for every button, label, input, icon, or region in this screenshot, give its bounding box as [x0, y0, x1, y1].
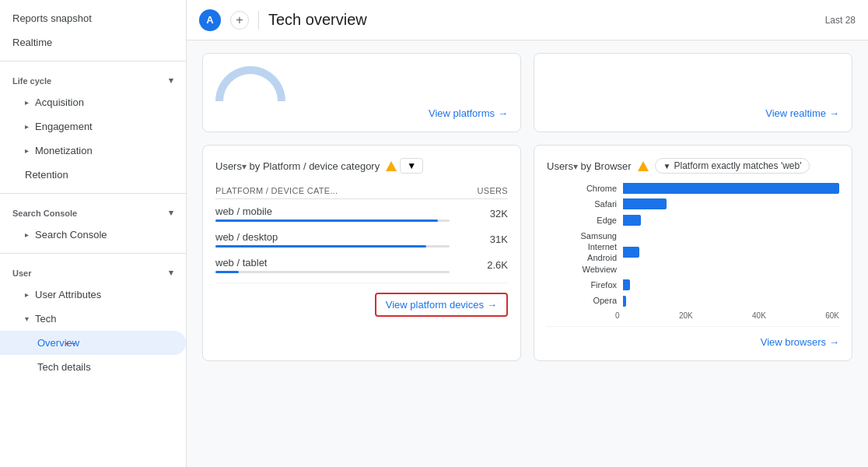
sidebar-item-overview[interactable]: Overview ←	[0, 331, 186, 355]
bar-row: Opera	[547, 295, 839, 306]
sidebar-divider-1	[0, 61, 186, 61]
reports-snapshot-label: Reports snapshot	[12, 12, 92, 24]
view-browsers-link[interactable]: View browsers →	[761, 336, 839, 348]
sidebar-item-tech-details[interactable]: Tech details	[0, 355, 186, 379]
sidebar-item-acquisition[interactable]: ▸ Acquisition	[0, 90, 186, 114]
sidebar: Reports snapshot Realtime Life cycle ▾ ▸…	[0, 0, 187, 467]
bar-track	[623, 247, 839, 258]
bottom-row: Users▾ by Platform / device category ▼ P…	[202, 145, 852, 361]
search-console-arrow-icon: ▸	[25, 230, 29, 239]
search-console-section-label: Search Console	[12, 209, 77, 218]
bar-fill	[623, 296, 626, 307]
sidebar-item-retention[interactable]: Retention	[0, 163, 186, 187]
arrow-right-icon-2: →	[829, 107, 839, 119]
bar-row: Chrome	[547, 183, 839, 194]
sidebar-item-reports-snapshot[interactable]: Reports snapshot	[0, 6, 186, 30]
bar-fill	[623, 215, 641, 226]
progress-bar	[215, 219, 438, 222]
users-cell: 2.6K	[450, 251, 508, 276]
bar-row: Firefox	[547, 279, 839, 290]
sidebar-item-realtime[interactable]: Realtime	[0, 30, 186, 54]
sidebar-item-monetization[interactable]: ▸ Monetization	[0, 139, 186, 163]
bar-track	[623, 279, 839, 290]
users-cell: 32K	[450, 199, 508, 226]
view-platform-devices-link[interactable]: View platform devices →	[375, 293, 508, 317]
x-axis-label: 0	[615, 311, 620, 320]
bar-fill	[623, 279, 630, 290]
bar-label: Opera	[547, 295, 617, 306]
sidebar-item-user-attributes[interactable]: ▸ User Attributes	[0, 283, 186, 307]
platform-table: PLATFORM / DEVICE CATE... USERS web / mo…	[215, 183, 508, 276]
bar-label: Edge	[547, 215, 617, 226]
sidebar-section-lifecycle[interactable]: Life cycle ▾	[0, 68, 186, 90]
users-cell: 31K	[450, 225, 508, 251]
sidebar-item-engagement[interactable]: ▸ Engagement	[0, 114, 186, 139]
bar-fill	[623, 247, 639, 258]
bar-label: Firefox	[547, 279, 617, 290]
platform-card-header: Users▾ by Platform / device category ▼	[215, 158, 508, 174]
bar-track	[623, 198, 839, 209]
x-axis-label: 40K	[752, 311, 766, 320]
search-console-label: Search Console	[35, 229, 107, 241]
col-platform-header: PLATFORM / DEVICE CATE...	[215, 183, 450, 199]
avatar[interactable]: A	[199, 9, 221, 31]
filter-chip[interactable]: ▼ Platform exactly matches 'web'	[655, 158, 810, 174]
sidebar-item-search-console[interactable]: ▸ Search Console	[0, 223, 186, 247]
bar-fill	[623, 183, 839, 194]
tech-label: Tech	[35, 313, 56, 325]
monetization-label: Monetization	[35, 145, 93, 156]
table-row: web / mobile 32K	[215, 199, 508, 226]
bar-fill	[623, 198, 667, 209]
progress-bar-container	[215, 245, 450, 248]
engagement-arrow-icon: ▸	[25, 122, 29, 131]
browser-card-title: Users▾ by Browser	[547, 160, 632, 172]
platform-card-actions: ▼	[386, 158, 423, 174]
tech-details-label: Tech details	[37, 361, 91, 373]
red-arrow-annotation: ←	[62, 333, 79, 353]
table-row: web / tablet 2.6K	[215, 251, 508, 276]
bar-track	[623, 296, 839, 307]
platform-card-footer: View platform devices →	[215, 283, 508, 317]
page-title: Tech overview	[268, 11, 367, 29]
header-divider	[258, 11, 259, 30]
bar-track	[623, 215, 839, 226]
main-content: A + Tech overview Last 28 View platforms…	[187, 0, 868, 467]
monetization-arrow-icon: ▸	[25, 146, 29, 155]
view-platforms-link[interactable]: View platforms →	[429, 107, 508, 119]
top-cards-row: View platforms → View realtime →	[202, 53, 852, 132]
bar-row: SamsungInternetAndroidWebview	[547, 230, 839, 275]
warning-triangle-icon-2	[638, 161, 649, 171]
last-days-label: Last 28	[825, 15, 856, 26]
sidebar-divider-2	[0, 193, 186, 194]
browser-card-header: Users▾ by Browser ▼ Platform exactly mat…	[547, 158, 839, 174]
platform-cell: web / mobile	[215, 199, 450, 226]
progress-bar	[215, 245, 426, 248]
platform-dropdown-button[interactable]: ▼	[400, 158, 423, 174]
sidebar-section-search-console[interactable]: Search Console ▾	[0, 200, 186, 223]
filter-label: Platform exactly matches 'web'	[674, 160, 802, 171]
browser-bar-chart: Chrome Safari Edge SamsungInternetAndroi…	[547, 183, 839, 307]
bar-label: Safari	[547, 198, 617, 209]
browser-card-footer: View browsers →	[547, 326, 839, 348]
view-realtime-link[interactable]: View realtime →	[765, 107, 839, 119]
header: A + Tech overview Last 28	[187, 0, 868, 40]
chart-x-axis: 020K40K60K	[547, 311, 839, 320]
arrow-right-icon-3: →	[487, 299, 497, 311]
lifecycle-label: Life cycle	[12, 76, 51, 86]
arrow-right-icon-4: →	[829, 336, 839, 348]
warning-triangle-icon	[386, 161, 397, 171]
sidebar-divider-3	[0, 253, 186, 254]
platform-name: web / desktop	[215, 231, 450, 243]
sidebar-item-tech[interactable]: ▾ Tech	[0, 307, 186, 331]
x-axis-label: 60K	[825, 311, 839, 320]
platform-cell: web / desktop	[215, 225, 450, 251]
platform-name: web / mobile	[215, 205, 450, 217]
lifecycle-chevron-icon: ▾	[169, 75, 173, 86]
platform-card-title: Users▾ by Platform / device category	[215, 160, 380, 172]
top-card-left: View platforms →	[202, 53, 521, 132]
user-section-label: User	[12, 269, 31, 278]
sidebar-section-user[interactable]: User ▾	[0, 260, 186, 283]
add-property-button[interactable]: +	[230, 11, 249, 30]
top-card-left-footer: View platforms →	[215, 107, 508, 119]
bar-label: SamsungInternetAndroidWebview	[547, 230, 617, 275]
